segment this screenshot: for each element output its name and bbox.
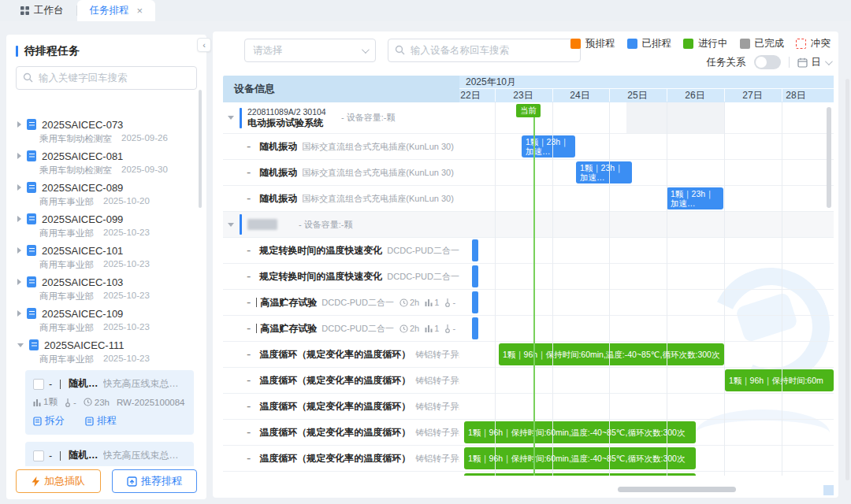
page-scrollbar[interactable] [845,79,849,480]
task-bar-in-progress[interactable]: 1颗｜96h｜保持时间:60min,温度:-40~85℃,循环次数:300次 [464,447,696,469]
tab-workbench[interactable]: 工作台 [8,0,76,21]
tree-scrollbar[interactable] [199,90,202,208]
row-device-cell[interactable]: -温度循环（规定变化率的温度循环）铸铝转子异步 [223,420,459,445]
task-bar-scheduled[interactable]: 1颗｜23h｜加速… [576,161,632,183]
row-device-cell[interactable]: 220811089A/2 30104电动振动试验系统- 设备容量:-颗 [223,102,459,133]
row-device-cell[interactable]: -随机振动国标交直流组合式充电插座(KunLun 30) [223,134,459,159]
row-timeline[interactable]: 1颗｜23h｜加速… [459,186,834,211]
tree-item-2025SAICEC-081[interactable]: 2025SAICEC-081乘用车制动检测室2025-09-30 [6,148,203,180]
task-checkbox[interactable] [33,379,44,390]
task-bar-in-progress[interactable]: 1颗｜96h｜保持时间:60min,温度:-40~85℃,循环次数:300次 [464,473,696,476]
task-bar-scheduled[interactable]: 1颗｜23h｜加速… [522,135,575,158]
device-search-input[interactable] [388,39,581,62]
row-timeline[interactable]: 1颗｜96h｜保持时间:60m [459,368,834,393]
close-icon[interactable]: × [137,5,143,17]
row-device-cell[interactable]: -随机振动国标交直流组合式充电插座(KunLun 30) [223,186,459,211]
tree-item-2025SAICEC-101[interactable]: 2025SAICEC-101商用车事业部2025-10-23 [6,243,203,274]
legend-items: 预排程已排程进行中已完成冲突 [570,37,831,50]
row-timeline[interactable]: 1颗｜96h｜保持时间:60min,温度:-40~85℃,循环次数:300次 [459,446,834,471]
gantt-task-row: -高温贮存试验DCDC-PUD二合一2h1- [223,290,834,316]
caret-down-icon[interactable] [228,116,234,120]
task-bar-scheduled[interactable]: 1颗｜23h｜加速… [667,187,723,209]
tree-item-sub-row: 乘用车制动检测室2025-09-26 [17,133,203,145]
task-card-title-row: -随机…快充高压线束总成(45… [33,377,186,391]
task-bar-scheduled[interactable] [472,317,478,339]
caret-right-icon[interactable] [17,310,21,317]
gantt-horizontal-scrollbar[interactable] [618,487,736,492]
task-dash: - [247,295,251,309]
row-timeline[interactable] [459,290,834,315]
split-action[interactable]: 拆分 [33,414,65,428]
row-device-cell[interactable]: -温度循环（规定变化率的温度循环）铸铝转子异步 [223,472,459,476]
schedule-action[interactable]: 排程 [85,414,117,428]
tab-task-scheduling[interactable]: 任务排程 × [77,0,156,21]
day-separator [609,89,610,102]
keyword-search-input[interactable] [16,66,197,90]
task-bar-scheduled[interactable] [472,265,478,287]
row-device-cell[interactable]: -温度循环（规定变化率的温度循环）铸铝转子异步 [223,342,459,367]
timeline-header: 2025年10月 22日23日24日25日26日27日28日 [459,76,834,102]
thermo-icon [65,398,71,407]
recommend-schedule-button[interactable]: 推荐排程 [112,469,197,493]
row-device-cell[interactable]: -高温贮存试验DCDC-PUD二合一2h1- [223,316,459,341]
task-bar-in-progress[interactable]: 1颗｜96h｜保持时间:60m [725,369,834,391]
legend-label: 已排程 [642,37,672,50]
tree-item-2025SAICEC-089[interactable]: 2025SAICEC-089商用车事业部2025-10-20 [6,180,203,211]
caret-right-icon[interactable] [17,247,21,254]
row-timeline[interactable] [459,238,834,263]
row-device-cell[interactable]: -温度循环（规定变化率的温度循环）铸铝转子异步 [223,446,459,471]
caret-right-icon[interactable] [17,216,21,222]
task-bar-in-progress[interactable]: 1颗｜96h｜保持时间:60min,温度:-40~85℃,循环次数:300次 [464,421,696,443]
task-relation-toggle[interactable] [754,55,781,69]
row-timeline[interactable] [459,212,834,237]
gantt-task-row: -规定转换时间的温度快速变化DCDC-PUD二合一 [223,264,834,290]
collapse-panel-button[interactable]: ‹ [197,38,211,52]
row-timeline[interactable] [459,316,834,341]
urgent-insert-button[interactable]: 加急插队 [16,469,101,493]
task-bar-label: 1颗｜96h｜保持时间:60min,温度:-40~85℃,循环次数:300次 [503,350,719,359]
row-timeline[interactable] [459,264,834,289]
caret-down-icon[interactable] [17,343,24,347]
legend-swatch [627,39,637,49]
row-timeline[interactable] [459,394,834,419]
caret-right-icon[interactable] [17,184,21,191]
gantt-header: 设备信息 2025年10月 22日23日24日25日26日27日28日 [223,76,834,102]
task-bar-scheduled[interactable] [472,291,478,313]
tree-item-2025SAICEC-111[interactable]: 2025SAICEC-111商用车事业部2025-10-23 [6,337,203,369]
legend-item-已完成: 已完成 [740,37,785,50]
tree-item-2025SAICEC-099[interactable]: 2025SAICEC-099商用车事业部2025-10-23 [6,211,203,243]
row-timeline[interactable]: 1颗｜96h｜保持时间:60min,温度:-40~85℃,循环次数:300次 [459,342,834,367]
gantt-task-row: -温度循环（规定变化率的温度循环）铸铝转子异步1颗｜96h｜保持时间:60m [223,368,834,394]
row-timeline[interactable]: 1颗｜96h｜保持时间:60min,温度:-40~85℃,循环次数:300次 [459,472,834,476]
row-device-cell[interactable]: -温度循环（规定变化率的温度循环）铸铝转子异步 [223,368,459,393]
task-bar-in-progress[interactable]: 1颗｜96h｜保持时间:60min,温度:-40~85℃,循环次数:300次 [499,343,724,365]
row-device-cell[interactable]: -规定转换时间的温度快速变化DCDC-PUD二合一 [223,238,459,263]
row-device-cell[interactable]: -温度循环（规定变化率的温度循环）铸铝转子异步 [223,394,459,419]
row-device-cell[interactable]: -高温贮存试验DCDC-PUD二合一2h1- [223,290,459,315]
caret-right-icon[interactable] [17,121,21,128]
time-scale-select[interactable]: 日 [797,56,831,69]
row-device-cell[interactable]: -随机振动国标交直流组合式充电插座(KunLun 30) [223,160,459,185]
gantt-vertical-scrollbar[interactable] [827,107,831,208]
document-icon [27,119,36,130]
row-timeline[interactable]: 1颗｜96h｜保持时间:60min,温度:-40~85℃,循环次数:300次 [459,420,834,445]
pending-task-card[interactable]: -随机…快充高压线束总成(45…1颗-23hRW-2025100084拆分排程 [25,370,194,435]
tree-item-2025SAICEC-109[interactable]: 2025SAICEC-109商用车事业部2025-10-23 [6,306,203,337]
caret-down-icon[interactable] [228,223,234,227]
clock-meta: 2h [399,324,419,333]
row-timeline[interactable]: 1颗｜23h｜加速… [459,134,834,159]
group-capacity: - 设备容量:-颗 [341,112,395,124]
task-checkbox[interactable] [33,450,44,461]
row-device-cell[interactable]: -规定转换时间的温度快速变化DCDC-PUD二合一 [223,264,459,289]
filter-select[interactable]: 请选择 [244,39,376,62]
task-card-prefix: - [49,450,52,461]
tree-item-2025SAICEC-073[interactable]: 2025SAICEC-073乘用车制动检测室2025-09-26 [6,117,203,148]
pending-task-card[interactable]: -随机…快充高压线束总成(45…1颗-23hRW-2025100085拆分排程 [25,442,194,466]
tree-item-2025SAICEC-103[interactable]: 2025SAICEC-103商用车事业部2025-10-23 [6,274,203,306]
task-device: 铸铝转子异步 [415,375,459,387]
task-bar-scheduled[interactable] [472,239,478,261]
row-timeline[interactable]: 1颗｜23h｜加速… [459,160,834,185]
caret-right-icon[interactable] [17,153,21,159]
row-device-cell[interactable]: - 设备容量:-颗 [223,212,459,237]
caret-right-icon[interactable] [17,279,21,285]
